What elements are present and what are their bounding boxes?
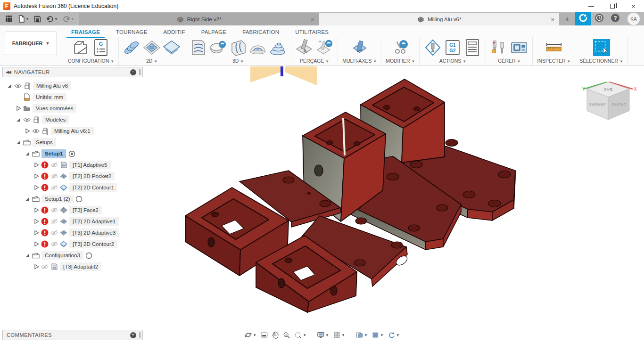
- expander-closed-icon[interactable]: [33, 219, 39, 225]
- expander-open-icon[interactable]: [6, 83, 12, 89]
- display-settings-button[interactable]: ▼: [315, 330, 331, 340]
- redo-button[interactable]: ▼: [61, 13, 76, 24]
- ribbon-group-label[interactable]: ACTIONS ▼: [439, 58, 467, 64]
- tree-item-label[interactable]: Setups: [33, 138, 56, 147]
- tree-item[interactable]: [T2] 2D Pocket2: [2, 171, 143, 182]
- tree-item[interactable]: [T3] Face2: [2, 204, 143, 216]
- chevron-down-icon[interactable]: ▼: [380, 333, 384, 337]
- ribbon-group-label[interactable]: PERÇAGE ▼: [300, 58, 329, 64]
- spiral3d-icon[interactable]: [269, 38, 287, 57]
- contour2d-large-icon[interactable]: [163, 38, 181, 57]
- panel-grip[interactable]: [139, 69, 140, 75]
- ribbon-tab-palpage[interactable]: PALPAGE: [194, 27, 234, 37]
- tree-item[interactable]: Configuration3: [2, 250, 143, 261]
- measure-icon[interactable]: [545, 38, 563, 57]
- drill-custom-icon[interactable]: +: [315, 38, 333, 57]
- grid-snaps-button[interactable]: ▼: [331, 330, 347, 340]
- tree-item[interactable]: Setup1: [2, 148, 143, 159]
- tree-item-label[interactable]: [T2] 2D Adaptive1: [69, 217, 119, 226]
- tree-item-label[interactable]: [T3] Face2: [69, 206, 102, 214]
- morph3d-icon[interactable]: [249, 38, 267, 57]
- parallel3d-icon[interactable]: [209, 38, 227, 57]
- expander-closed-icon[interactable]: [33, 264, 39, 270]
- tree-item-label[interactable]: [T3] 2D Contour2: [69, 240, 117, 248]
- tree-item-label[interactable]: Modèles: [42, 115, 69, 124]
- expander-closed-icon[interactable]: [33, 173, 39, 180]
- help-button[interactable]: ?: [607, 12, 623, 25]
- expander-open-icon[interactable]: [24, 151, 30, 157]
- undo-button[interactable]: ▼: [45, 13, 59, 24]
- expander-closed-icon[interactable]: [33, 162, 39, 168]
- ribbon-tab-fraisage[interactable]: FRAISAGE: [64, 27, 107, 37]
- tree-item-label[interactable]: Milling Alu v6:1: [51, 127, 94, 135]
- save-button[interactable]: [33, 13, 43, 24]
- tree-item-label[interactable]: [T3] Adaptatif2: [60, 262, 101, 271]
- minimize-button[interactable]: [580, 0, 602, 12]
- tree-item[interactable]: [T3] 2D Contour2: [2, 238, 143, 250]
- job-status-button[interactable]: [575, 12, 591, 25]
- 3d-viewport[interactable]: BAS ARRIÈRE DROITE Y X ◀◀ NAVIGATEUR − M…: [0, 66, 644, 343]
- remove-panel-icon[interactable]: −: [130, 69, 136, 75]
- trim-icon[interactable]: [391, 38, 409, 57]
- new-doc-button[interactable]: ▼: [16, 13, 31, 24]
- tab-close-icon[interactable]: ×: [551, 16, 554, 23]
- tree-item[interactable]: Setup1 (2): [2, 193, 143, 204]
- chevron-down-icon[interactable]: ▼: [303, 333, 306, 337]
- tree-item-label[interactable]: [T1] Adaptive5: [69, 161, 111, 169]
- orbit-button[interactable]: ▼: [242, 330, 258, 340]
- notifications-button[interactable]: [591, 12, 607, 25]
- tree-item-label[interactable]: Milling Alu v6: [33, 82, 71, 90]
- visual-style-button[interactable]: ▼: [370, 330, 386, 340]
- zoom-window-button[interactable]: ▼: [292, 330, 308, 340]
- expander-closed-icon[interactable]: [33, 207, 39, 213]
- tree-item[interactable]: [T3] Adaptatif2: [2, 261, 143, 272]
- machine-library-icon[interactable]: [510, 38, 528, 57]
- comments-panel-header[interactable]: COMMENTAIRES +: [2, 330, 143, 340]
- ribbon-group-label[interactable]: 3D ▼: [232, 58, 244, 64]
- postprocess-icon[interactable]: G1G2: [444, 38, 462, 57]
- tree-item[interactable]: [T2] 2D Contour1: [2, 182, 143, 193]
- chevron-down-icon[interactable]: ▼: [325, 333, 329, 337]
- tree-item-label[interactable]: Setup1 (2): [41, 195, 74, 203]
- expander-open-icon[interactable]: [24, 253, 30, 259]
- chevron-down-icon[interactable]: ▼: [341, 333, 345, 337]
- expander-closed-icon[interactable]: [33, 241, 39, 247]
- ribbon-tab-additif[interactable]: ADDITIF: [156, 27, 193, 37]
- expander-open-icon[interactable]: [15, 117, 21, 123]
- tree-item[interactable]: [T1] Adaptive5: [2, 159, 143, 171]
- setup-sheet-icon[interactable]: [463, 38, 481, 57]
- expander-closed-icon[interactable]: [33, 185, 39, 191]
- ribbon-group-label[interactable]: CONFIGURATION ▼: [68, 58, 114, 64]
- gcode-doc-icon[interactable]: G: [92, 38, 110, 57]
- ribbon-group-label[interactable]: MULTI-AXES ▼: [342, 58, 377, 64]
- ribbon-group-label[interactable]: 2D ▼: [146, 58, 157, 64]
- ribbon-tab-fabrication[interactable]: FABRICATION: [235, 27, 287, 37]
- tree-item[interactable]: [T2] 2D Adaptive1: [2, 216, 143, 227]
- workspace-selector-button[interactable]: FABRIQUER ▼: [5, 32, 57, 55]
- tree-item[interactable]: Modèles: [2, 114, 143, 125]
- close-button[interactable]: ×: [623, 0, 644, 12]
- avatar[interactable]: KA: [627, 13, 640, 25]
- tree-item[interactable]: Milling Alu v6: [2, 80, 143, 91]
- multiaxis-icon[interactable]: [351, 38, 369, 57]
- tree-item[interactable]: Milling Alu v6:1: [2, 125, 143, 137]
- pocket2d-large-icon[interactable]: [143, 38, 161, 57]
- restore-button[interactable]: [602, 0, 623, 12]
- tree-item-label[interactable]: [T3] 2D Adaptive3: [69, 229, 119, 237]
- adaptive2d-large-icon[interactable]: [123, 38, 141, 57]
- tree-item[interactable]: Setups: [2, 137, 143, 148]
- swarf3d-icon[interactable]: [229, 38, 247, 57]
- navigator-panel-header[interactable]: ◀◀ NAVIGATEUR −: [2, 67, 143, 77]
- expander-open-icon[interactable]: [24, 196, 30, 202]
- viewports-button[interactable]: ▼: [354, 330, 370, 340]
- tree-item[interactable]: Unités: mm: [2, 91, 143, 103]
- tree-item-label[interactable]: Vues nommées: [33, 104, 76, 113]
- collapse-panel-icon[interactable]: ◀◀: [6, 70, 10, 74]
- ribbon-tab-tournage[interactable]: TOURNAGE: [108, 27, 155, 37]
- tree-item-label[interactable]: [T2] 2D Contour1: [69, 183, 117, 192]
- chevron-down-icon[interactable]: ▼: [396, 333, 400, 337]
- add-comment-icon[interactable]: +: [130, 332, 136, 338]
- tree-item[interactable]: [T3] 2D Adaptive3: [2, 227, 143, 238]
- refresh-button[interactable]: ▼: [386, 330, 402, 340]
- tree-item-label[interactable]: Unités: mm: [33, 93, 66, 101]
